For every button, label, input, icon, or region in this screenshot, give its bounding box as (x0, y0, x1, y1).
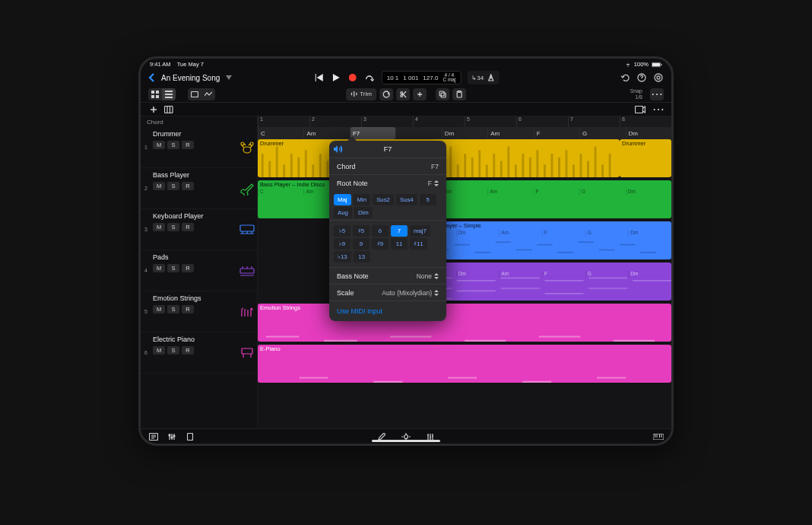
track-row[interactable]: 1 Drummer M S R (141, 127, 257, 168)
ext-chip[interactable]: ♭13 (334, 251, 351, 262)
solo-button[interactable]: S (167, 182, 179, 190)
settings-button[interactable] (653, 72, 664, 83)
loop-browser-button[interactable] (185, 431, 195, 442)
help-button[interactable] (636, 72, 647, 83)
arrange-area[interactable]: 1 2 3 4 5 6 7 8 C Am F7 Dm Am F G Dm (258, 116, 671, 428)
bass-note-row[interactable]: Bass Note None (329, 267, 446, 284)
ext-chip[interactable]: 7 (391, 225, 408, 237)
snap-display[interactable]: Snap 1/8 (630, 88, 644, 100)
lcd-display[interactable]: 10 1 1 001 127.0 4 / 4C maj (382, 71, 462, 84)
mute-button[interactable]: M (153, 264, 165, 272)
record-enable-button[interactable]: R (182, 141, 194, 149)
lcd-beats: 1 001 (403, 75, 418, 81)
ext-chip[interactable]: ♯5 (353, 225, 370, 237)
use-midi-input-link[interactable]: Use MIDI Input (337, 307, 382, 315)
record-enable-button[interactable]: R (182, 264, 194, 272)
ext-chip[interactable]: ♯9 (372, 238, 389, 250)
region-view-button[interactable] (188, 88, 201, 100)
play-button[interactable] (330, 72, 342, 84)
mixer-button[interactable] (167, 431, 177, 442)
bass-guitar-icon (237, 168, 257, 208)
track-row[interactable]: 4 Pads M S R (141, 250, 257, 291)
solo-button[interactable]: S (167, 141, 179, 149)
quality-chip[interactable]: Maj (334, 194, 351, 205)
chord-row[interactable]: Chord F7 (329, 158, 446, 174)
ext-chip[interactable]: ♭9 (334, 238, 350, 250)
record-enable-button[interactable]: R (182, 223, 194, 231)
loop-tool-button[interactable] (379, 88, 393, 100)
svg-rect-79 (609, 154, 611, 177)
quality-chip[interactable]: Aug (334, 207, 352, 218)
quality-chip[interactable]: 5 (420, 194, 436, 205)
record-enable-button[interactable]: R (182, 182, 194, 190)
copy-tool-button[interactable] (436, 88, 449, 100)
svg-rect-8 (156, 91, 159, 94)
tracks-view-button[interactable] (162, 88, 176, 100)
more-button[interactable]: ⋯ (650, 88, 664, 100)
record-button[interactable] (347, 72, 359, 84)
status-date: Tue May 7 (177, 61, 204, 68)
svg-rect-67 (522, 154, 524, 177)
title-chevron-icon[interactable] (226, 75, 232, 80)
mute-button[interactable]: M (153, 182, 165, 190)
ext-chip[interactable]: maj7 (410, 225, 430, 237)
undo-button[interactable] (620, 72, 630, 83)
solo-button[interactable]: S (167, 223, 179, 231)
track-name: Keyboard Player (153, 212, 234, 220)
chord-track[interactable]: C Am F7 Dm Am F G Dm (258, 127, 671, 139)
quality-chip[interactable]: Sus2 (373, 194, 394, 205)
svg-point-5 (655, 74, 662, 81)
record-enable-button[interactable]: R (182, 346, 194, 355)
join-tool-button[interactable] (413, 88, 427, 100)
keyboard-button[interactable] (653, 431, 664, 442)
ext-chip[interactable]: ♯11 (410, 238, 427, 250)
record-enable-button[interactable]: R (182, 305, 194, 313)
rewind-button[interactable] (313, 72, 325, 84)
ext-chip[interactable]: ♭5 (334, 225, 350, 237)
track-row[interactable]: 6 Electric Piano M S R (141, 332, 257, 374)
automation-selector[interactable] (188, 88, 215, 100)
ext-chip[interactable]: 13 (354, 251, 370, 262)
speaker-icon[interactable] (334, 145, 343, 153)
solo-button[interactable]: S (167, 346, 179, 355)
strip-more-button[interactable]: ⋯ (653, 104, 664, 115)
mute-button[interactable]: M (153, 346, 165, 355)
mute-button[interactable]: M (153, 141, 165, 149)
solo-button[interactable]: S (167, 305, 179, 313)
svg-rect-11 (165, 91, 173, 92)
timeline-ruler[interactable]: 1 2 3 4 5 6 7 8 (258, 116, 671, 127)
svg-rect-61 (478, 150, 481, 177)
solo-button[interactable]: S (167, 264, 179, 272)
cycle-button[interactable] (363, 72, 376, 84)
quality-chips: Maj Min Sus2 Sus4 5 (329, 191, 446, 207)
project-title[interactable]: An Evening Song (161, 74, 220, 82)
trim-tool-button[interactable]: Trim (346, 88, 376, 100)
svg-rect-63 (493, 154, 495, 177)
camera-button[interactable] (635, 104, 645, 115)
track-row[interactable]: 5 Emotion Strings M S R (141, 291, 257, 332)
mute-button[interactable]: M (153, 305, 165, 313)
svg-rect-32 (268, 161, 271, 177)
view-selector[interactable] (148, 88, 176, 100)
quality-chip[interactable]: Dim (354, 207, 373, 218)
quality-chip[interactable]: Sus4 (396, 194, 417, 205)
paste-tool-button[interactable] (452, 88, 466, 100)
grid-view-button[interactable] (148, 88, 162, 100)
ext-chip[interactable]: 11 (391, 238, 408, 250)
automation-view-button[interactable] (201, 88, 215, 100)
track-row[interactable]: 3 Keyboard Player M S R (141, 209, 257, 250)
scissors-tool-button[interactable] (396, 88, 410, 100)
back-button[interactable] (148, 73, 155, 82)
scale-row[interactable]: Scale Auto (Mixolydian) (329, 284, 446, 301)
quality-chip[interactable]: Min (354, 194, 371, 205)
ext-chip[interactable]: 6 (372, 225, 389, 237)
add-track-button[interactable] (148, 104, 159, 115)
tempo-chip[interactable]: ↳34 (467, 71, 499, 84)
note-pad-button[interactable] (148, 431, 159, 442)
electric-piano-icon (237, 332, 257, 373)
mute-button[interactable]: M (153, 223, 165, 231)
ext-chip[interactable]: 9 (353, 238, 370, 250)
track-row[interactable]: 2 Bass Player M S R (141, 168, 257, 209)
library-button[interactable] (163, 104, 174, 115)
root-row[interactable]: Root Note F (329, 174, 446, 191)
